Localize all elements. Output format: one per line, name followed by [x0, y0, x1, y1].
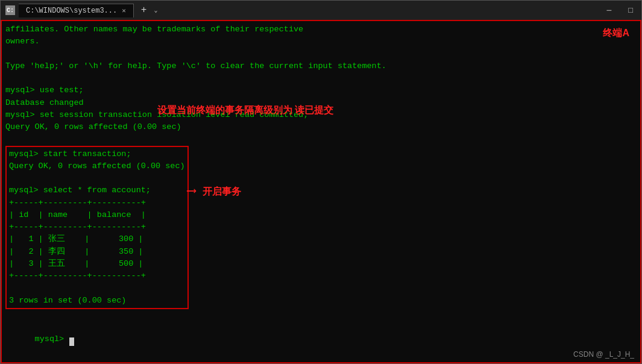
minimize-button[interactable]: ─: [603, 5, 615, 16]
terminal-line-14: mysql> select * from account;: [9, 184, 185, 196]
terminal-body: affiliates. Other names may be trademark…: [1, 20, 641, 363]
arrow-icon: ⟶: [187, 181, 195, 201]
new-tab-button[interactable]: +: [137, 5, 151, 16]
terminal-window: C: C:\WINDOWS\system3... ✕ + ⌄ ─ □ affil…: [0, 0, 642, 364]
table-header: | id | name | balance |: [9, 209, 185, 221]
table-header-sep: +-----+---------+----------+: [9, 221, 185, 233]
tab-title: C:\WINDOWS\system3...: [26, 7, 117, 15]
table-border-bottom: +-----+---------+----------+: [9, 270, 185, 282]
table-row-2: | 2 | 李四 | 350 |: [9, 246, 185, 258]
terminal-a-annotation: 终端A: [603, 26, 629, 40]
terminal-blank-3: [9, 282, 185, 294]
tab-close-button[interactable]: ✕: [122, 7, 126, 14]
terminal-blank-2: [9, 172, 185, 184]
terminal-line-5: [5, 72, 637, 84]
table-border-top: +-----+---------+----------+: [9, 197, 185, 209]
terminal-prompt: mysql>: [5, 321, 637, 358]
maximize-button[interactable]: □: [625, 5, 637, 16]
titlebar: C: C:\WINDOWS\system3... ✕ + ⌄ ─ □: [1, 1, 641, 20]
tab-dropdown-button[interactable]: ⌄: [154, 7, 157, 14]
row-count: 3 rows in set (0.00 sec): [9, 295, 185, 307]
isolation-level-annotation: 设置当前终端的事务隔离级别为 读已提交: [157, 103, 333, 118]
table-row-3: | 3 | 王五 | 500 |: [9, 258, 185, 270]
window-controls: ─ □: [603, 5, 637, 16]
terminal-line-12: Query OK, 0 rows affected (0.00 sec): [9, 160, 185, 172]
transaction-section-box: mysql> start transaction; Query OK, 0 ro…: [5, 146, 189, 309]
terminal-line-4: Type 'help;' or '\h' for help. Type '\c'…: [5, 60, 637, 72]
terminal-line-11: mysql> start transaction;: [9, 148, 185, 160]
cursor: [69, 337, 74, 346]
terminal-blank-1: [5, 133, 637, 145]
terminal-line-9: Query OK, 0 rows affected (0.00 sec): [5, 121, 637, 133]
active-tab[interactable]: C:\WINDOWS\system3... ✕: [19, 4, 134, 17]
terminal-line-3: [5, 48, 637, 60]
start-transaction-annotation: ⟶ 开启事务: [187, 181, 241, 201]
terminal-line-6: mysql> use test;: [5, 84, 637, 96]
table-row-1: | 1 | 张三 | 300 |: [9, 233, 185, 245]
terminal-blank-4: [5, 309, 637, 321]
terminal-line-2: owners.: [5, 36, 637, 48]
app-icon: C:: [5, 5, 15, 15]
terminal-line-1: affiliates. Other names may be trademark…: [5, 24, 637, 36]
watermark: CSDN @ _L_J_H_: [573, 349, 634, 360]
